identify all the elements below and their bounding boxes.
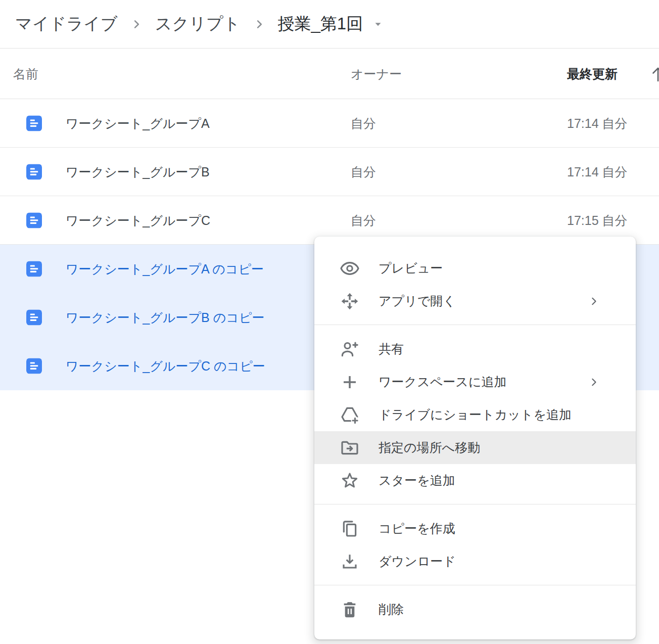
file-last-modified: 17:15 自分 — [567, 212, 628, 228]
menu-item-label: 指定の場所へ移動 — [379, 439, 624, 456]
google-docs-icon — [26, 212, 42, 228]
column-header-owner[interactable]: オーナー — [351, 65, 402, 82]
file-owner: 自分 — [351, 212, 376, 228]
menu-item-label: 共有 — [379, 341, 624, 357]
menu-divider — [314, 325, 636, 325]
submenu-chevron-icon — [587, 376, 600, 389]
google-docs-icon — [26, 164, 42, 179]
breadcrumb-item-scripts[interactable]: スクリプト — [155, 13, 241, 35]
folder-dropdown-arrow-icon[interactable] — [372, 18, 384, 30]
context-menu: プレビュー アプリで開く 共有 ワークスペースに追加 ドライブにショートカットを… — [314, 237, 636, 639]
menu-item-share[interactable]: 共有 — [314, 333, 636, 365]
menu-item-make-a-copy[interactable]: コピーを作成 — [314, 512, 636, 545]
file-row[interactable]: ワークシート_グループB 自分 17:14 自分 — [0, 148, 659, 196]
menu-item-label: ダウンロード — [379, 553, 624, 570]
drive-shortcut-icon — [340, 405, 360, 425]
trash-icon — [340, 600, 360, 620]
file-last-modified: 17:14 自分 — [567, 163, 628, 180]
folder-move-icon — [340, 438, 360, 458]
column-header-last-modified[interactable]: 最終更新 — [567, 65, 618, 82]
google-docs-icon — [26, 358, 42, 374]
menu-item-preview[interactable]: プレビュー — [314, 252, 636, 285]
file-name: ワークシート_グループC のコピー — [66, 358, 265, 375]
file-owner: 自分 — [351, 115, 376, 131]
file-row[interactable]: ワークシート_グループA 自分 17:14 自分 — [0, 99, 659, 148]
drive-file-browser: { "breadcrumb": { "items": [ { "label": … — [0, 0, 659, 644]
breadcrumb: マイドライブ スクリプト 授業_第1回 — [0, 0, 659, 49]
menu-item-label: アプリで開く — [379, 293, 587, 309]
file-owner: 自分 — [351, 163, 376, 180]
menu-item-label: ワークスペースに追加 — [379, 374, 587, 390]
open-with-icon — [340, 291, 360, 311]
file-name: ワークシート_グループC — [66, 212, 210, 228]
menu-item-label: スターを追加 — [379, 472, 624, 489]
menu-item-add-shortcut-to-drive[interactable]: ドライブにショートカットを追加 — [314, 398, 636, 431]
menu-item-add-star[interactable]: スターを追加 — [314, 464, 636, 497]
google-docs-icon — [26, 115, 42, 131]
chevron-right-icon — [130, 18, 143, 31]
person-add-icon — [340, 339, 360, 359]
file-last-modified: 17:14 自分 — [567, 115, 628, 131]
column-header-name[interactable]: 名前 — [13, 65, 38, 82]
download-icon — [340, 551, 360, 572]
google-docs-icon — [26, 261, 42, 277]
file-name: ワークシート_グループA のコピー — [66, 261, 264, 278]
file-name: ワークシート_グループA — [66, 115, 210, 131]
file-list-header: 名前 オーナー 最終更新 — [0, 49, 659, 99]
star-icon — [340, 471, 360, 491]
sort-ascending-arrow-icon[interactable] — [650, 64, 659, 84]
menu-item-add-to-workspace[interactable]: ワークスペースに追加 — [314, 365, 636, 398]
eye-icon — [340, 258, 360, 279]
plus-icon — [340, 372, 360, 392]
menu-item-delete[interactable]: 削除 — [314, 593, 636, 626]
copy-icon — [340, 519, 360, 539]
file-name: ワークシート_グループB のコピー — [66, 309, 264, 326]
file-name: ワークシート_グループB — [66, 163, 210, 180]
menu-divider — [314, 504, 636, 504]
menu-item-label: コピーを作成 — [379, 520, 624, 537]
google-docs-icon — [26, 310, 42, 326]
menu-item-label: プレビュー — [379, 260, 624, 277]
submenu-chevron-icon — [587, 295, 600, 308]
menu-item-download[interactable]: ダウンロード — [314, 545, 636, 578]
menu-item-label: 削除 — [379, 601, 624, 618]
breadcrumb-item-my-drive[interactable]: マイドライブ — [15, 13, 118, 35]
chevron-right-icon — [253, 18, 266, 31]
menu-item-label: ドライブにショートカットを追加 — [379, 406, 624, 423]
menu-divider — [314, 585, 636, 585]
menu-item-move-to[interactable]: 指定の場所へ移動 — [314, 431, 636, 464]
menu-item-open-with[interactable]: アプリで開く — [314, 285, 636, 317]
breadcrumb-item-current-folder[interactable]: 授業_第1回 — [278, 13, 363, 35]
